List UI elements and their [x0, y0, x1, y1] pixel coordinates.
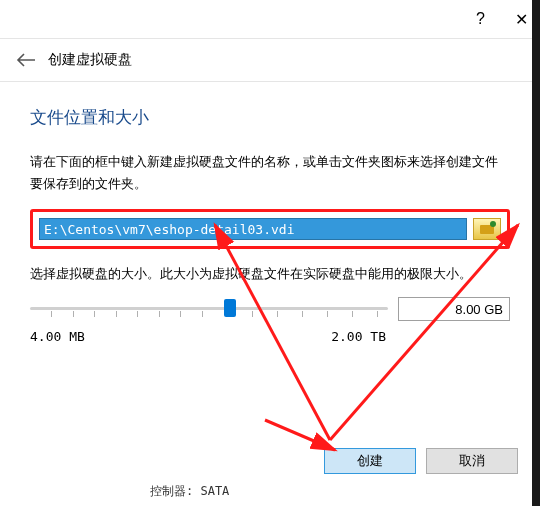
create-button[interactable]: 创建 [324, 448, 416, 474]
dialog-title: 创建虚拟硬盘 [48, 51, 132, 69]
path-input-highlight [30, 209, 510, 249]
back-arrow-icon[interactable] [16, 53, 36, 67]
size-description: 选择虚拟硬盘的大小。此大小为虚拟硬盘文件在实际硬盘中能用的极限大小。 [30, 263, 510, 285]
dialog-header: 创建虚拟硬盘 [0, 38, 540, 82]
slider-min-label: 4.00 MB [30, 329, 85, 344]
cancel-button[interactable]: 取消 [426, 448, 518, 474]
browse-folder-button[interactable] [473, 218, 501, 240]
file-path-input[interactable] [39, 218, 467, 240]
help-icon[interactable]: ? [476, 10, 485, 28]
section-title: 文件位置和大小 [30, 106, 510, 129]
svg-line-2 [265, 420, 335, 450]
slider-max-label: 2.00 TB [331, 329, 386, 344]
titlebar: ? ✕ [0, 0, 540, 38]
slider-thumb[interactable] [224, 299, 236, 317]
size-input[interactable] [398, 297, 510, 321]
background-controller-text: 控制器: SATA [150, 483, 229, 500]
file-location-description: 请在下面的框中键入新建虚拟硬盘文件的名称，或单击文件夹图标来选择创建文件要保存到… [30, 151, 510, 195]
size-slider[interactable] [30, 295, 388, 323]
close-icon[interactable]: ✕ [515, 10, 528, 29]
